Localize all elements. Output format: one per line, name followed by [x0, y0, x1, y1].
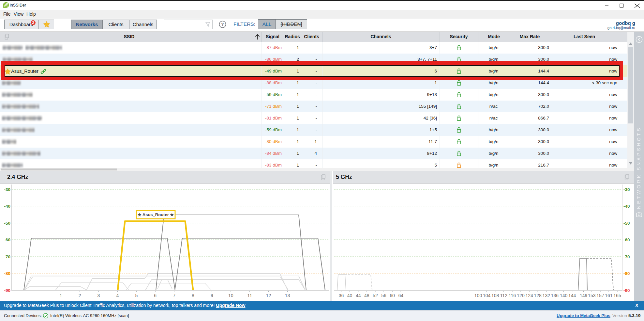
svg-text:132: 132	[543, 293, 550, 298]
svg-text:-90: -90	[623, 288, 630, 293]
svg-text:60: 60	[390, 293, 395, 298]
svg-text:5: 5	[135, 293, 138, 298]
svg-text:136: 136	[551, 293, 559, 298]
svg-text:9: 9	[211, 293, 213, 298]
svg-text:149: 149	[580, 293, 588, 298]
svg-text:-80: -80	[623, 271, 630, 276]
svg-text:140: 140	[560, 293, 568, 298]
svg-text:165: 165	[613, 293, 621, 298]
svg-text:157: 157	[596, 293, 604, 298]
svg-text:11: 11	[247, 293, 252, 298]
svg-text:116: 116	[509, 293, 516, 298]
svg-text:56: 56	[381, 293, 386, 298]
svg-text:8: 8	[192, 293, 194, 298]
svg-text:7: 7	[173, 293, 175, 298]
svg-text:6: 6	[154, 293, 157, 298]
svg-text:4: 4	[116, 293, 119, 298]
svg-text:-70: -70	[4, 254, 10, 259]
svg-text:-60: -60	[623, 237, 630, 242]
svg-text:124: 124	[525, 293, 533, 298]
svg-text:-90: -90	[4, 288, 10, 293]
svg-text:-50: -50	[623, 221, 630, 226]
svg-text:100: 100	[474, 293, 482, 298]
svg-text:36: 36	[339, 293, 344, 298]
svg-text:52: 52	[373, 293, 378, 298]
svg-text:112: 112	[500, 293, 508, 298]
svg-text:1: 1	[60, 293, 62, 298]
svg-text:-70: -70	[623, 254, 630, 259]
svg-text:-60: -60	[4, 237, 10, 242]
svg-text:64: 64	[398, 293, 403, 298]
svg-text:161: 161	[605, 293, 613, 298]
svg-text:-40: -40	[4, 204, 10, 209]
svg-text:-40: -40	[623, 204, 630, 209]
svg-text:108: 108	[491, 293, 499, 298]
svg-text:-30: -30	[4, 187, 10, 192]
svg-text:44: 44	[356, 293, 361, 298]
svg-text:3: 3	[97, 293, 100, 298]
svg-text:104: 104	[483, 293, 491, 298]
svg-text:40: 40	[347, 293, 352, 298]
svg-text:12: 12	[266, 293, 271, 298]
svg-text:13: 13	[285, 293, 290, 298]
svg-text:48: 48	[364, 293, 369, 298]
svg-text:10: 10	[228, 293, 233, 298]
svg-text:2: 2	[79, 293, 81, 298]
svg-text:★ Asus_Router ★: ★ Asus_Router ★	[138, 212, 174, 217]
svg-text:-80: -80	[4, 271, 10, 276]
svg-text:-30: -30	[623, 187, 630, 192]
svg-text:153: 153	[588, 293, 596, 298]
svg-text:-50: -50	[4, 221, 10, 226]
svg-text:128: 128	[534, 293, 542, 298]
svg-text:120: 120	[517, 293, 525, 298]
svg-text:144: 144	[568, 293, 576, 298]
